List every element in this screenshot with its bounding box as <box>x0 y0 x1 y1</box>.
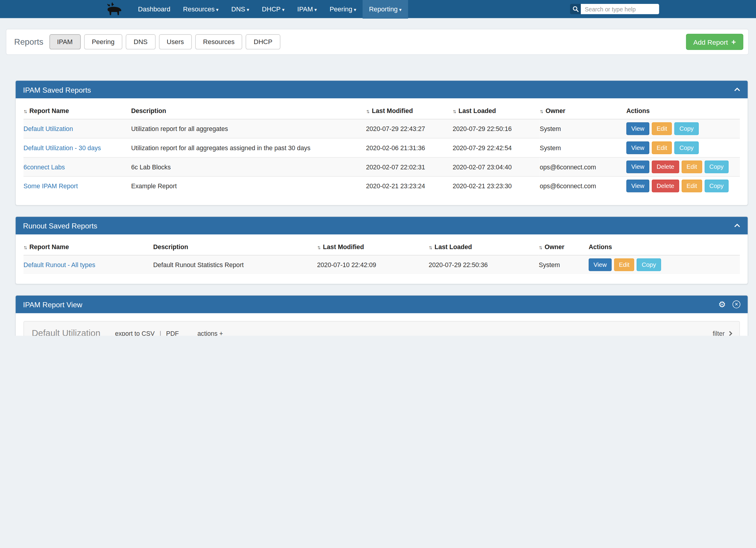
nav-item-label: Reporting <box>369 5 398 13</box>
copy-button[interactable]: Copy <box>674 141 698 154</box>
add-report-button[interactable]: Add Report + <box>686 34 743 50</box>
sort-icon: ↑↓ <box>453 108 455 114</box>
search-input[interactable] <box>581 4 659 14</box>
nav-item-label: Resources <box>183 5 215 13</box>
report-name-cell: Default Runout - All types <box>23 255 153 274</box>
edit-button[interactable]: Edit <box>614 258 634 271</box>
column-label: Description <box>153 243 188 250</box>
column-header-actions: Actions <box>626 102 740 119</box>
report-name-cell: Some IPAM Report <box>23 176 131 195</box>
nav-item-dashboard[interactable]: Dashboard <box>132 0 177 18</box>
tab-dns[interactable]: DNS <box>126 34 156 49</box>
column-header-last-modified[interactable]: ↑↓Last Modified <box>317 238 429 255</box>
runout-saved-reports-panel: Runout Saved Reports ↑↓Report NameDescri… <box>15 216 748 284</box>
view-button[interactable]: View <box>626 160 649 173</box>
view-button[interactable]: View <box>626 122 649 135</box>
actions-cell: ViewEditCopy <box>626 138 740 157</box>
top-navbar: DashboardResources▾DNS▾DHCP▾IPAM▾Peering… <box>0 0 756 18</box>
chevron-down-icon: ▾ <box>314 7 317 12</box>
pdf-link[interactable]: PDF <box>166 329 179 336</box>
description-cell: Utilization report for all aggregates <box>131 119 366 138</box>
nav-item-label: IPAM <box>297 5 313 13</box>
ipam-report-view-header: IPAM Report View ⚙ ✕ <box>16 296 748 313</box>
nav-item-dhcp[interactable]: DHCP▾ <box>255 0 291 19</box>
owner-cell: System <box>539 255 589 274</box>
sort-icon: ↑↓ <box>540 108 542 114</box>
owner-cell: ops@6connect.com <box>540 176 626 195</box>
tab-ipam[interactable]: IPAM <box>49 34 80 49</box>
report-name-link[interactable]: Default Utilization <box>23 125 73 132</box>
description-cell: Utilization report for all aggregates as… <box>131 138 366 157</box>
report-name-link[interactable]: Default Runout - All types <box>23 261 95 268</box>
edit-button[interactable]: Edit <box>652 141 672 154</box>
report-tabs: IPAMPeeringDNSUsersResourcesDHCP <box>49 34 280 49</box>
close-icon[interactable]: ✕ <box>733 300 740 308</box>
collapse-chevron-icon[interactable] <box>734 88 740 91</box>
column-header-last-loaded[interactable]: ↑↓Last Loaded <box>453 102 540 119</box>
loaded-cell: 2020-02-07 23:04:40 <box>453 157 540 177</box>
chevron-down-icon: ▾ <box>282 7 284 12</box>
edit-button[interactable]: Edit <box>652 122 672 135</box>
nav-item-resources[interactable]: Resources▾ <box>177 0 225 19</box>
sort-icon: ↑↓ <box>317 244 320 250</box>
collapse-chevron-icon[interactable] <box>734 224 740 228</box>
column-label: Report Name <box>29 243 69 250</box>
chevron-right-icon <box>728 331 732 336</box>
copy-button[interactable]: Copy <box>637 258 661 271</box>
nav-item-peering[interactable]: Peering▾ <box>323 0 363 19</box>
sort-icon: ↑↓ <box>539 244 541 250</box>
actions-cell: ViewDeleteEditCopy <box>626 157 740 177</box>
nav-item-ipam[interactable]: IPAM▾ <box>291 0 323 19</box>
report-name-link[interactable]: Some IPAM Report <box>23 182 78 189</box>
filter-toggle[interactable]: filter <box>713 329 731 336</box>
nav-item-reporting[interactable]: Reporting▾ <box>363 0 408 19</box>
edit-button[interactable]: Edit <box>682 180 702 192</box>
column-label: Owner <box>546 107 565 114</box>
tab-users[interactable]: Users <box>159 34 192 49</box>
loaded-cell: 2020-02-21 23:23:30 <box>453 176 540 195</box>
tab-resources[interactable]: Resources <box>195 34 243 49</box>
report-name-cell: Default Utilization - 30 days <box>23 138 131 157</box>
modified-cell: 2020-02-07 22:02:31 <box>366 157 453 177</box>
ipam-table: ↑↓Report NameDescription↑↓Last Modified↑… <box>23 102 740 195</box>
column-header-last-modified[interactable]: ↑↓Last Modified <box>366 102 453 119</box>
tab-dhcp[interactable]: DHCP <box>246 34 280 49</box>
ipam-saved-reports-header: IPAM Saved Reports <box>16 81 748 98</box>
column-header-owner[interactable]: ↑↓Owner <box>539 238 589 255</box>
owner-cell: System <box>540 119 626 138</box>
report-name-link[interactable]: Default Utilization - 30 days <box>23 144 101 151</box>
gear-icon[interactable]: ⚙ <box>718 300 726 308</box>
separator: | <box>159 329 161 336</box>
delete-button[interactable]: Delete <box>652 180 679 192</box>
column-header-report-name[interactable]: ↑↓Report Name <box>23 102 131 119</box>
panel-title: IPAM Saved Reports <box>23 85 91 94</box>
runout-reports-table: ↑↓Report NameDescription↑↓Last Modified↑… <box>23 238 740 274</box>
column-header-owner[interactable]: ↑↓Owner <box>540 102 626 119</box>
moose-logo-icon <box>105 2 122 16</box>
chevron-down-icon: ▾ <box>216 7 219 12</box>
view-button[interactable]: View <box>626 180 649 192</box>
copy-button[interactable]: Copy <box>704 180 728 192</box>
tab-peering[interactable]: Peering <box>84 34 122 49</box>
reports-toolbar: Reports IPAMPeeringDNSUsersResourcesDHCP… <box>6 29 749 55</box>
actions-menu[interactable]: actions + <box>197 329 223 336</box>
delete-button[interactable]: Delete <box>652 160 679 173</box>
edit-button[interactable]: Edit <box>682 160 702 173</box>
search-icon[interactable] <box>570 4 581 14</box>
modified-cell: 2020-07-10 22:42:09 <box>317 255 429 274</box>
nav-item-label: DHCP <box>262 5 281 13</box>
view-button[interactable]: View <box>626 141 649 154</box>
nav-item-dns[interactable]: DNS▾ <box>225 0 255 19</box>
export-csv-link[interactable]: export to CSV <box>115 329 155 336</box>
copy-button[interactable]: Copy <box>704 160 728 173</box>
column-header-report-name[interactable]: ↑↓Report Name <box>23 238 153 255</box>
report-name-link[interactable]: 6connect Labs <box>23 163 65 170</box>
copy-button[interactable]: Copy <box>674 122 698 135</box>
moose-logo[interactable] <box>105 0 122 18</box>
nav-item-label: DNS <box>231 5 245 13</box>
column-label: Actions <box>626 107 650 114</box>
description-cell: Example Report <box>131 176 366 195</box>
column-header-last-loaded[interactable]: ↑↓Last Loaded <box>429 238 539 255</box>
view-button[interactable]: View <box>589 258 612 271</box>
sort-icon: ↑↓ <box>23 108 26 114</box>
